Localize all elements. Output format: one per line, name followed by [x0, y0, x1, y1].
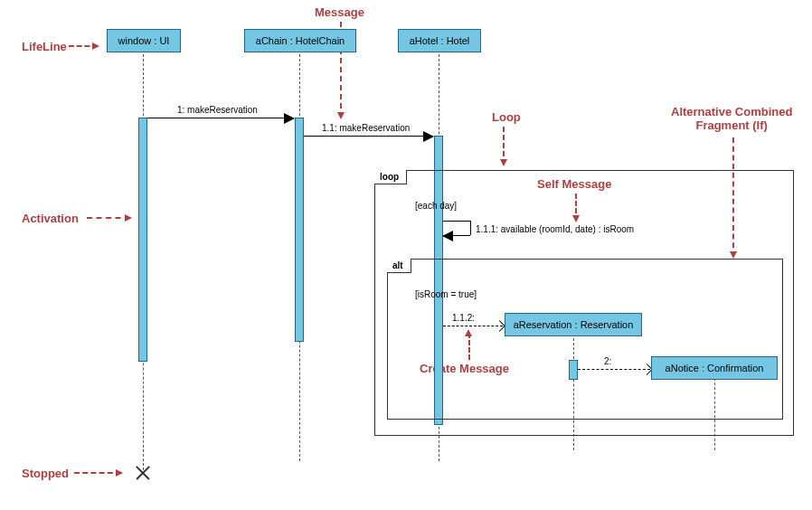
activation-chain	[295, 118, 304, 342]
lifeline-hotel: aHotel : Hotel	[398, 29, 481, 52]
message-2-label: 2:	[604, 356, 611, 366]
annotation-arrow	[74, 472, 121, 474]
fragment-alt-label: alt	[387, 259, 411, 273]
activation-window	[138, 118, 147, 362]
lifeline-chain: aChain : HotelChain	[244, 29, 356, 52]
message-1-1-label: 1.1: makeReservation	[322, 123, 410, 133]
lifeline-reservation: aReservation : Reservation	[505, 313, 642, 336]
annotation-alt-fragment: Alternative Combined Fragment (If)	[671, 105, 792, 132]
message-1-1-1-label: 1.1.1: available (roomId, date) : isRoom	[476, 224, 634, 234]
message-1-1	[304, 136, 433, 137]
annotation-message: Message	[315, 5, 364, 19]
message-2	[578, 369, 650, 370]
fragment-alt-guard: [isRoom = true]	[415, 289, 477, 299]
fragment-alt: alt	[387, 259, 783, 420]
annotation-activation: Activation	[22, 212, 79, 225]
message-1-1-2	[443, 326, 503, 326]
lifeline-window: window : UI	[107, 29, 181, 52]
lifeline-notice: aNotice : Confirmation	[651, 356, 778, 380]
annotation-lifeline: LifeLine	[22, 40, 67, 53]
fragment-loop-label: loop	[374, 170, 407, 184]
message-1-1-2-label: 1.1.2:	[452, 313, 475, 323]
annotation-arrow	[87, 217, 130, 219]
annotation-arrow	[503, 127, 505, 165]
message-1-label: 1: makeReservation	[177, 105, 258, 115]
stop-marker	[136, 465, 150, 479]
message-1	[147, 118, 294, 118]
annotation-loop: Loop	[492, 110, 521, 124]
annotation-arrow	[69, 45, 98, 47]
fragment-loop-guard: [each day]	[415, 201, 457, 211]
annotation-stopped: Stopped	[22, 467, 69, 480]
